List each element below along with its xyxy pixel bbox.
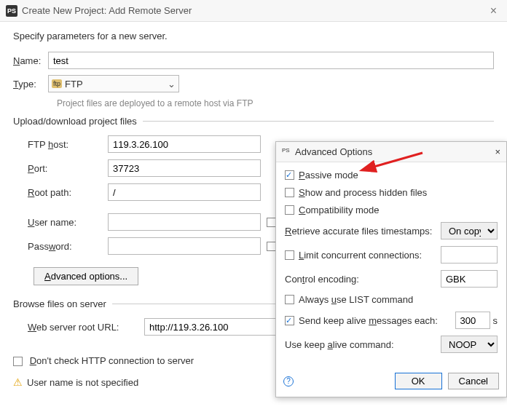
use-keep-label: Use keep alive command:: [285, 339, 441, 350]
window-title: Create New Project: Add Remote Server: [22, 5, 486, 16]
ok-button[interactable]: OK: [395, 373, 442, 389]
show-hidden-label: Show and process hidden files: [299, 187, 427, 198]
name-input[interactable]: [48, 52, 494, 69]
port-label: Port:: [28, 163, 108, 174]
port-input[interactable]: [108, 159, 261, 177]
ftp-icon: ftp: [52, 79, 62, 88]
app-icon: PS: [6, 5, 17, 17]
encoding-input[interactable]: [441, 270, 498, 288]
upload-legend: Upload/download project files: [13, 116, 143, 127]
dont-check-label: Don't check HTTP connection to server: [30, 355, 194, 366]
type-hint: Project files are deployed to a remote h…: [57, 98, 494, 108]
send-keep-input[interactable]: [455, 312, 490, 329]
dialog-app-icon: PS: [282, 147, 292, 157]
limit-conn-input[interactable]: [441, 246, 498, 264]
type-value: FTP: [65, 79, 83, 90]
always-list-label: Always use LIST command: [299, 294, 413, 305]
passive-mode-label: Passive mode: [299, 170, 358, 181]
limit-conn-checkbox[interactable]: [285, 250, 294, 260]
retrieve-ts-label: Retrieve accurate files timestamps:: [285, 226, 441, 237]
close-button[interactable]: ×: [486, 4, 501, 17]
dont-check-checkbox[interactable]: [13, 357, 23, 366]
send-keep-checkbox[interactable]: [285, 316, 294, 325]
cancel-button[interactable]: Cancel: [448, 373, 499, 389]
ftp-host-input[interactable]: [108, 135, 261, 153]
always-list-checkbox[interactable]: [285, 295, 294, 304]
password-label: Password:: [28, 241, 108, 252]
type-select[interactable]: ftp FTP ⌄: [48, 75, 179, 92]
web-root-input[interactable]: [144, 318, 290, 336]
dialog-close-button[interactable]: ×: [495, 146, 500, 157]
send-keep-unit: s: [493, 315, 498, 326]
chevron-down-icon: ⌄: [168, 79, 176, 90]
retrieve-ts-select[interactable]: On copy: [441, 222, 498, 239]
username-input[interactable]: [108, 213, 261, 231]
encoding-label: Control encoding:: [285, 274, 441, 285]
advanced-options-button[interactable]: Advanced options...: [34, 267, 138, 285]
titlebar: PS Create New Project: Add Remote Server…: [0, 0, 507, 22]
warning-text: User name is not specified: [27, 377, 138, 388]
root-path-label: Root path:: [28, 187, 108, 198]
show-hidden-checkbox[interactable]: [285, 188, 294, 197]
username-label: User name:: [28, 217, 108, 228]
warning-icon: ⚠: [13, 376, 23, 388]
web-root-label: Web server root URL:: [28, 322, 144, 333]
svg-line-0: [372, 153, 422, 167]
help-icon[interactable]: ?: [283, 376, 294, 387]
password-input[interactable]: [108, 237, 261, 255]
root-path-input[interactable]: [108, 183, 261, 201]
limit-conn-label: Limit concurrent connections:: [299, 250, 441, 261]
annotation-arrow: [364, 149, 430, 181]
type-label: Type:: [13, 79, 48, 90]
send-keep-label: Send keep alive messages each:: [299, 315, 455, 326]
ftp-host-label: FTP host:: [28, 139, 108, 150]
passive-mode-checkbox[interactable]: [285, 170, 294, 180]
browse-legend: Browse files on server: [13, 298, 112, 309]
page-subtitle: Specify parameters for a new server.: [13, 31, 494, 41]
compat-mode-label: Compatibility mode: [299, 205, 380, 215]
name-label: Name:: [13, 55, 48, 66]
use-keep-select[interactable]: NOOP: [441, 336, 498, 353]
compat-mode-checkbox[interactable]: [285, 205, 294, 215]
